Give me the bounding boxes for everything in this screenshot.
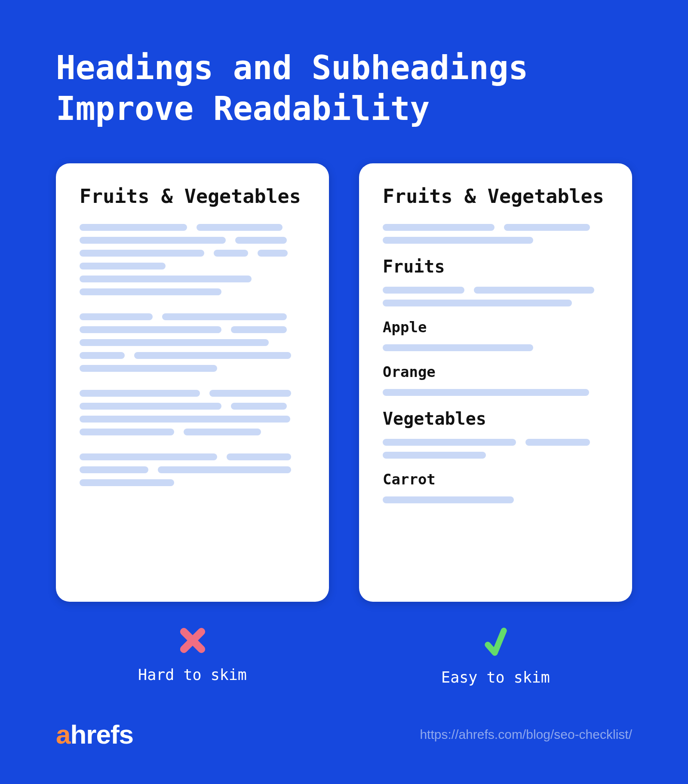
text-line [525, 439, 590, 446]
footer: ahrefs https://ahrefs.com/blog/seo-check… [56, 719, 632, 750]
text-line [197, 224, 283, 231]
card-row: Fruits & Vegetables [0, 129, 688, 686]
text-line [80, 224, 187, 231]
column-left: Fruits & Vegetables [56, 163, 329, 686]
status-label: Hard to skim [138, 666, 247, 683]
text-line [383, 439, 516, 446]
text-line [80, 466, 148, 473]
text-line [184, 429, 261, 435]
paragraph-placeholder [80, 453, 305, 486]
text-line [80, 288, 221, 295]
page-title: Headings and Subheadings Improve Readabi… [0, 0, 688, 129]
text-line [80, 263, 166, 270]
text-line [80, 276, 252, 282]
paragraph-placeholder [383, 439, 608, 459]
subheading-carrot: Carrot [383, 471, 608, 488]
text-line [231, 326, 287, 333]
text-line [258, 250, 288, 257]
check-icon [484, 625, 508, 658]
text-line [134, 352, 291, 359]
text-line [80, 313, 153, 320]
text-line [383, 344, 533, 351]
text-line [214, 250, 248, 257]
text-line [80, 326, 221, 333]
text-line [383, 496, 514, 503]
text-line [504, 224, 590, 231]
paragraph-placeholder [383, 344, 608, 351]
card-title: Fruits & Vegetables [80, 185, 305, 208]
paragraph-placeholder [383, 224, 608, 244]
text-line [383, 237, 533, 244]
text-line [227, 453, 291, 460]
text-line [80, 237, 226, 244]
x-icon [178, 625, 208, 655]
paragraph-placeholder [383, 389, 608, 396]
text-line [80, 453, 217, 460]
subheading-orange: Orange [383, 363, 608, 380]
card-title: Fruits & Vegetables [383, 185, 608, 208]
paragraph-placeholder [383, 496, 608, 503]
subheading-vegetables: Vegetables [383, 409, 608, 429]
text-line [231, 403, 287, 410]
text-line [383, 224, 494, 231]
text-line [80, 352, 125, 359]
text-line [80, 416, 290, 423]
text-line [383, 452, 486, 459]
logo-letter-a: a [56, 719, 70, 750]
text-line [80, 479, 174, 486]
text-line [80, 390, 200, 397]
column-right: Fruits & Vegetables Fruits Apple [359, 163, 632, 686]
paragraph-placeholder [383, 287, 608, 306]
text-line [235, 237, 287, 244]
source-url: https://ahrefs.com/blog/seo-checklist/ [420, 727, 632, 742]
card-hard-to-skim: Fruits & Vegetables [56, 163, 329, 602]
logo-text: hrefs [70, 719, 133, 750]
text-line [80, 339, 269, 346]
paragraph-placeholder [80, 224, 305, 295]
text-line [162, 313, 287, 320]
subheading-fruits: Fruits [383, 257, 608, 276]
text-line [383, 389, 589, 396]
text-line [474, 287, 594, 294]
paragraph-placeholder [80, 313, 305, 372]
ahrefs-logo: ahrefs [56, 719, 133, 750]
text-line [80, 250, 204, 257]
text-line [80, 365, 217, 372]
text-line [383, 287, 464, 294]
status-label: Easy to skim [441, 669, 550, 686]
subheading-apple: Apple [383, 318, 608, 336]
text-line [209, 390, 291, 397]
status-bad: Hard to skim [138, 625, 247, 683]
text-line [80, 403, 221, 410]
status-good: Easy to skim [441, 625, 550, 686]
text-line [80, 429, 174, 435]
card-easy-to-skim: Fruits & Vegetables Fruits Apple [359, 163, 632, 602]
paragraph-placeholder [80, 390, 305, 435]
text-line [383, 300, 572, 306]
text-line [158, 466, 291, 473]
